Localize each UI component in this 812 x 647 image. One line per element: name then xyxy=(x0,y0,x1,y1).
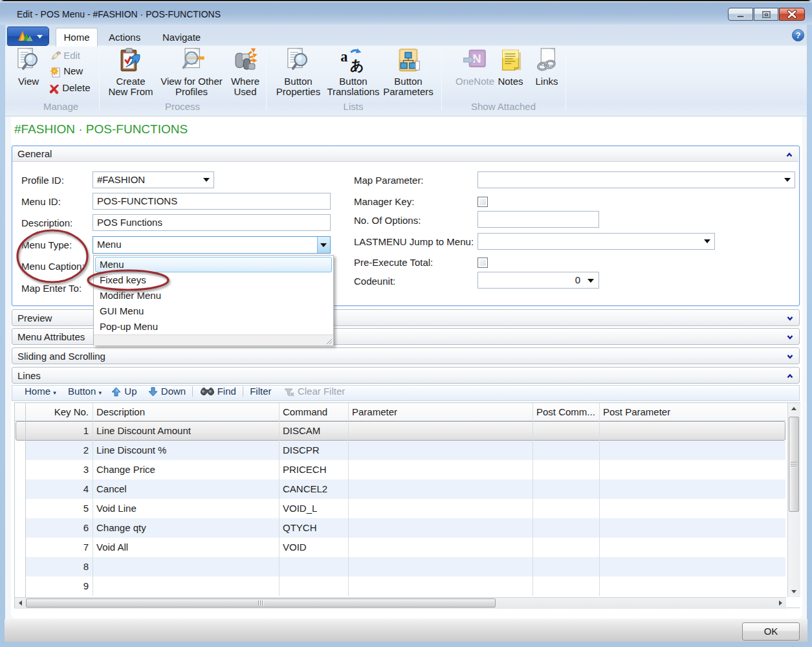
svg-text:あ: あ xyxy=(350,58,364,73)
svg-text:a: a xyxy=(340,49,347,65)
svg-text:N: N xyxy=(472,52,481,65)
